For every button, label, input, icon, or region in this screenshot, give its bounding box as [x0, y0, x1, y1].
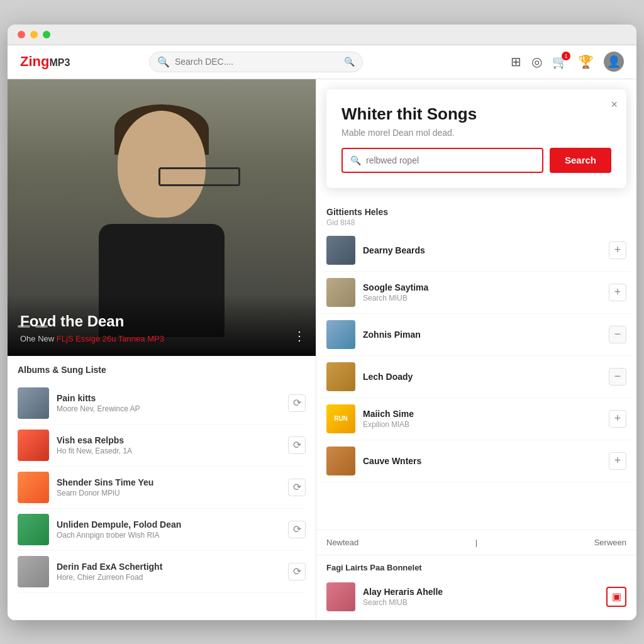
section2-song-name: Alay Heraris Ahelle — [363, 587, 599, 597]
cart-badge: 1 — [562, 52, 570, 60]
right-panel: × Whiter thit Songs Mable morel Dean mol… — [316, 79, 636, 620]
song-action-4[interactable]: − — [609, 368, 626, 386]
app-window: ZingMP3 🔍 🔍 ⊞ ◎ 🛒 1 🏆 👤 — [8, 25, 636, 620]
section2-song-action[interactable]: ▣ — [606, 587, 626, 607]
song-action-3[interactable]: − — [609, 326, 626, 343]
song-name-4: Lech Doady — [363, 372, 601, 382]
album-thumb-2 — [18, 430, 49, 461]
album-name-2: Vish esa Relpbs — [57, 435, 280, 445]
hero-image: Fovd the Dean Ohe New FLjS Essige 26u Ta… — [8, 79, 316, 356]
nav-divider: | — [475, 538, 477, 547]
modal-search-row: 🔍 Search — [341, 148, 611, 173]
album-thumb-3 — [18, 472, 49, 503]
album-thumb-1 — [18, 387, 49, 419]
modal-subtitle: Mable morel Dean mol dead. — [341, 128, 611, 138]
album-item-4: Unliden Dempule, Folod Dean Oach Annpign… — [18, 509, 306, 551]
album-name-4: Unliden Dempule, Folod Dean — [57, 519, 280, 530]
person-face — [118, 111, 206, 218]
album-item-2: Vish esa Relpbs Ho fit New, Easedr, 1A ⟳ — [18, 425, 306, 467]
modal-title: Whiter thit Songs — [341, 104, 611, 124]
song-thumb-6 — [326, 447, 355, 475]
album-action-2[interactable]: ⟳ — [288, 436, 306, 454]
song-action-5[interactable]: + — [609, 410, 626, 428]
main-content: Fovd the Dean Ohe New FLjS Essige 26u Ta… — [8, 79, 636, 620]
album-action-1[interactable]: ⟳ — [288, 394, 306, 412]
album-list-title: Albums & Sung Liste — [18, 365, 306, 375]
section-subtitle: Gid 8t48 — [326, 218, 626, 227]
header-actions: ⊞ ◎ 🛒 1 🏆 👤 — [511, 52, 624, 72]
album-action-3[interactable]: ⟳ — [288, 479, 306, 496]
hero-title: Fovd the Dean — [20, 313, 303, 330]
song-thumb-1 — [326, 236, 355, 265]
newtead-link[interactable]: Newtead — [326, 538, 358, 547]
song-info-1: Dearny Beards — [363, 245, 601, 255]
album-info-1: Pain kitts Moore Nev, Erewince AP — [57, 393, 280, 413]
song-section-header: Gittients Heles Gid 8t48 — [316, 198, 636, 230]
song-info-4: Lech Doady — [363, 372, 601, 382]
search-submit-icon[interactable]: 🔍 — [344, 57, 355, 67]
album-artist-2: Ho fit New, Easedr, 1A — [57, 447, 280, 455]
search-input[interactable] — [175, 57, 339, 67]
serween-link[interactable]: Serween — [594, 538, 626, 547]
modal-panel: × Whiter thit Songs Mable morel Dean mol… — [326, 89, 626, 188]
glasses — [158, 167, 240, 186]
album-action-5[interactable]: ⟳ — [288, 563, 306, 580]
close-button[interactable] — [18, 31, 25, 38]
logo-mp3: MP3 — [49, 57, 70, 69]
section2-song-artist: Search MlUB — [363, 598, 599, 607]
album-name-1: Pain kitts — [57, 393, 280, 403]
album-item-3: Shender Sins Time Yeu Searn Donor MPiU ⟳ — [18, 467, 306, 509]
avatar[interactable]: 👤 — [604, 52, 624, 72]
song-name-1: Dearny Beards — [363, 245, 601, 255]
cart-icon[interactable]: 🛒 1 — [552, 54, 568, 69]
song-action-1[interactable]: + — [609, 242, 626, 259]
more-icon[interactable]: ⋮ — [293, 328, 306, 343]
album-thumb-4 — [18, 514, 49, 545]
song-info-2: Soogle Saytima Search MlUB — [363, 282, 601, 303]
modal-search-icon: 🔍 — [350, 155, 361, 165]
album-artist-5: Hore, Chier Zurreon Foad — [57, 573, 280, 582]
title-bar — [8, 25, 636, 45]
song-thumb-5: RUN — [326, 404, 355, 433]
album-name-5: Derin Fad ExA Schertight — [57, 562, 280, 572]
album-info-4: Unliden Dempule, Folod Dean Oach Annpign… — [57, 519, 280, 540]
modal-close-button[interactable]: × — [611, 98, 618, 111]
logo: ZingMP3 — [20, 53, 70, 70]
album-info-5: Derin Fad ExA Schertight Hore, Chier Zur… — [57, 562, 280, 582]
album-artist-3: Searn Donor MPiU — [57, 489, 280, 497]
song-item-5: RUN Maiich Sime Expilion MlAB + — [321, 398, 631, 440]
header: ZingMP3 🔍 🔍 ⊞ ◎ 🛒 1 🏆 👤 — [8, 45, 636, 79]
award-icon[interactable]: 🏆 — [578, 54, 594, 69]
album-list: Albums & Sung Liste Pain kitts Moore Nev… — [8, 356, 316, 620]
album-item-1: Pain kitts Moore Nev, Erewince AP ⟳ — [18, 382, 306, 425]
album-info-2: Vish esa Relpbs Ho fit New, Easedr, 1A — [57, 435, 280, 455]
modal-search-field[interactable]: 🔍 — [341, 148, 543, 173]
library-icon[interactable]: ⊞ — [511, 54, 521, 69]
modal-search-button[interactable]: Search — [550, 148, 611, 173]
song-name-5: Maiich Sime — [363, 409, 601, 419]
search-icon: 🔍 — [157, 56, 170, 68]
song-action-6[interactable]: + — [609, 452, 626, 470]
album-action-4[interactable]: ⟳ — [288, 521, 306, 538]
album-item-5: Derin Fad ExA Schertight Hore, Chier Zur… — [18, 551, 306, 593]
modal-search-input[interactable] — [366, 155, 535, 165]
song-info-3: Zohnis Piman — [363, 330, 601, 340]
discover-icon[interactable]: ◎ — [531, 54, 542, 69]
right-bottom-nav: Newtead | Serween — [316, 530, 636, 555]
hero-overlay: Fovd the Dean Ohe New FLjS Essige 26u Ta… — [8, 294, 316, 356]
maximize-button[interactable] — [43, 31, 50, 38]
album-thumb-5 — [18, 556, 49, 587]
song-name-6: Cauve Wnters — [363, 456, 601, 466]
song-item-4: Lech Doady − — [321, 356, 631, 398]
section2: Fagi Lairts Paa Bonnelet Alay Heraris Ah… — [316, 555, 636, 620]
album-artist-4: Oach Annpign trober Wish RIA — [57, 531, 280, 540]
header-search-bar[interactable]: 🔍 🔍 — [149, 52, 363, 72]
song-name-2: Soogle Saytima — [363, 282, 601, 292]
minimize-button[interactable] — [30, 31, 38, 38]
song-item-3: Zohnis Piman − — [321, 314, 631, 356]
section2-song-item: Alay Heraris Ahelle Search MlUB ▣ — [326, 579, 626, 615]
section2-thumb — [326, 582, 355, 611]
song-action-2[interactable]: + — [609, 284, 626, 301]
song-list: Dearny Beards + Soogle Saytima Search Ml… — [316, 230, 636, 530]
hero-controls[interactable]: ⋮ — [293, 328, 306, 343]
